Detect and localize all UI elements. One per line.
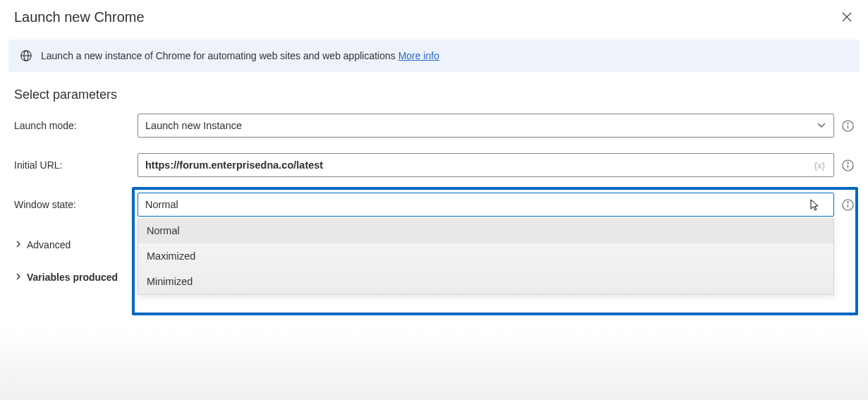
window-state-option-minimized[interactable]: Minimized bbox=[138, 269, 833, 294]
window-state-row: Window state: Normal Normal Maximized bbox=[14, 193, 854, 217]
dialog-title: Launch new Chrome bbox=[14, 9, 145, 25]
window-state-select[interactable]: Normal bbox=[137, 193, 834, 217]
advanced-label: Advanced bbox=[27, 239, 71, 250]
window-state-option-maximized[interactable]: Maximized bbox=[138, 243, 833, 269]
launch-mode-label: Launch mode: bbox=[14, 120, 130, 131]
window-state-value: Normal bbox=[145, 199, 826, 210]
close-button[interactable] bbox=[837, 7, 857, 27]
window-state-option-normal[interactable]: Normal bbox=[138, 218, 833, 243]
window-state-options: Normal Maximized Minimized bbox=[137, 218, 834, 295]
info-description: Launch a new instance of Chrome for auto… bbox=[41, 50, 398, 61]
chevron-right-icon bbox=[14, 239, 23, 250]
dialog-header: Launch new Chrome bbox=[0, 0, 868, 34]
variables-label: Variables produced bbox=[27, 272, 118, 283]
launch-mode-value: Launch new Instance bbox=[145, 120, 817, 131]
chevron-down-icon bbox=[817, 120, 826, 132]
close-icon bbox=[841, 11, 852, 23]
window-state-dropdown-container: Normal Normal Maximized Minimized bbox=[137, 193, 834, 217]
variable-token-icon[interactable]: {x} bbox=[814, 160, 826, 171]
initial-url-input-wrap[interactable]: {x} bbox=[137, 153, 834, 177]
form-area: Launch mode: Launch new Instance Initial… bbox=[0, 109, 868, 217]
globe-icon bbox=[20, 49, 32, 62]
more-info-link[interactable]: More info bbox=[398, 50, 439, 61]
initial-url-label: Initial URL: bbox=[14, 159, 130, 171]
window-state-label: Window state: bbox=[14, 199, 130, 210]
launch-mode-row: Launch mode: Launch new Instance bbox=[14, 114, 854, 138]
launch-mode-select[interactable]: Launch new Instance bbox=[137, 114, 834, 138]
initial-url-info-button[interactable] bbox=[841, 159, 854, 171]
window-state-info-button[interactable] bbox=[841, 198, 854, 211]
info-bar: Launch a new instance of Chrome for auto… bbox=[8, 40, 860, 72]
launch-mode-info-button[interactable] bbox=[841, 119, 854, 132]
launch-chrome-dialog: Launch new Chrome Launch a new instance … bbox=[0, 0, 868, 400]
svg-point-7 bbox=[847, 123, 848, 123]
svg-point-14 bbox=[847, 202, 848, 202]
section-title: Select parameters bbox=[0, 72, 868, 109]
chevron-right-icon bbox=[14, 272, 23, 283]
info-text: Launch a new instance of Chrome for auto… bbox=[41, 50, 439, 61]
bottom-fade bbox=[0, 329, 868, 400]
initial-url-input[interactable] bbox=[145, 159, 814, 171]
svg-point-10 bbox=[847, 162, 848, 163]
initial-url-row: Initial URL: {x} bbox=[14, 153, 854, 177]
